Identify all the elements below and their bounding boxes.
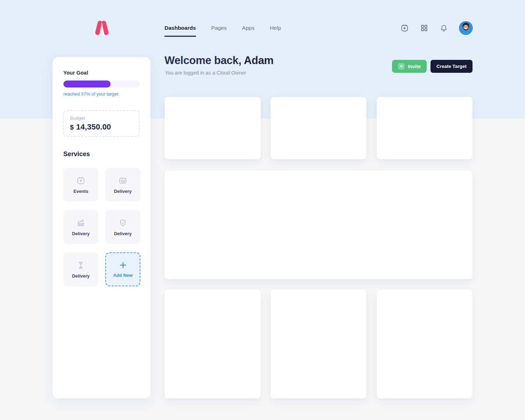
brand-logo[interactable]: [91, 20, 113, 36]
goal-progress-fill: [63, 80, 111, 88]
nav-item-apps[interactable]: Apps: [242, 25, 254, 37]
service-tile-label: Delivery: [72, 231, 90, 236]
service-tile-label: Delivery: [114, 231, 132, 236]
dashboard-card-wide: [164, 170, 472, 279]
apps-grid-icon[interactable]: [420, 23, 429, 33]
dashboard-card-top-3: [377, 97, 472, 159]
goal-title: Your Goal: [63, 70, 140, 76]
create-target-button[interactable]: Create Target: [430, 60, 472, 73]
nav-item-pages[interactable]: Pages: [211, 25, 227, 37]
welcome-name: Adam: [244, 54, 274, 66]
header-actions: [400, 21, 473, 35]
brand-logo-icon: [91, 20, 113, 36]
plus-icon: [119, 261, 127, 270]
user-avatar[interactable]: [459, 21, 473, 35]
sidebar-panel: Your Goal reached 37% of your target Bud…: [52, 57, 150, 398]
analytics-chart-icon: [76, 218, 86, 228]
nav-item-help[interactable]: Help: [270, 25, 281, 37]
create-target-label: Create Target: [436, 64, 467, 69]
service-tile-label: Events: [74, 189, 89, 194]
page-title: Welcome back, Adam: [164, 54, 274, 67]
dashboard-card-bottom-1: [164, 289, 261, 399]
services-title: Services: [63, 150, 140, 158]
services-grid: Events Delivery: [63, 168, 140, 286]
calendar-add-icon[interactable]: [400, 23, 409, 33]
nav-item-dashboards[interactable]: Dashboards: [164, 25, 196, 37]
dashboard-card-bottom-3: [377, 289, 472, 399]
service-tile-delivery-1[interactable]: Delivery: [105, 168, 140, 202]
budget-amount: $ 14,350.00: [70, 122, 133, 132]
service-tile-label: Delivery: [114, 189, 132, 194]
goal-progress-bar: [63, 80, 140, 88]
dashboard-card-top-1: [164, 97, 261, 159]
service-tile-delivery-2[interactable]: Delivery: [63, 210, 98, 244]
budget-currency: $: [70, 124, 74, 131]
service-tile-events[interactable]: Events: [63, 168, 98, 202]
service-tile-delivery-4[interactable]: Delivery: [63, 252, 98, 286]
notifications-bell-icon[interactable]: [439, 23, 448, 33]
invite-button[interactable]: Invite: [392, 60, 427, 73]
invite-plus-icon: [398, 63, 405, 70]
hourglass-icon: [76, 260, 86, 270]
service-tile-delivery-3[interactable]: Delivery: [105, 210, 140, 244]
page-subtitle: You are logged in as a Cloud Owner: [165, 70, 246, 76]
top-navigation: Dashboards Pages Apps Help: [164, 25, 281, 37]
budget-value: 14,350.00: [76, 122, 111, 132]
dashboard-card-top-2: [271, 97, 366, 159]
goal-caption: reached 37% of your target: [63, 91, 140, 97]
dashboard-card-bottom-2: [271, 289, 366, 399]
budget-box: Budget $ 14,350.00: [63, 110, 140, 137]
service-tile-label: Add New: [113, 273, 133, 278]
form-card-icon: [118, 176, 128, 186]
add-new-service-tile[interactable]: Add New: [105, 252, 140, 286]
calendar-plus-icon: [76, 176, 86, 186]
welcome-prefix: Welcome back,: [164, 54, 244, 66]
shield-check-icon: [118, 218, 128, 228]
service-tile-label: Delivery: [72, 273, 90, 279]
budget-label: Budget: [70, 115, 133, 121]
header-cta-group: Invite Create Target: [392, 60, 472, 73]
invite-button-label: Invite: [408, 64, 421, 69]
